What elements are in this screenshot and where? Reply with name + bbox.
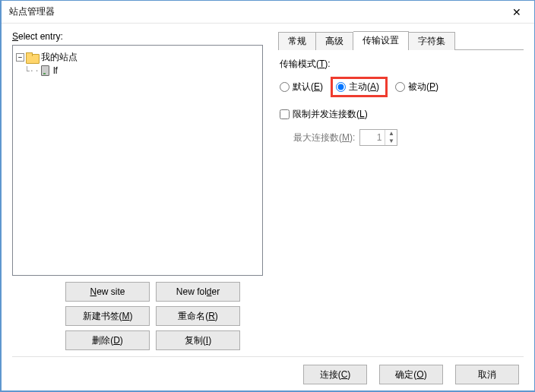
select-entry-label: Select entry: bbox=[12, 31, 263, 42]
max-connections-row: 最大连接数(M): ▲ ▼ bbox=[280, 129, 524, 146]
radio-passive[interactable]: 被动(P) bbox=[395, 81, 438, 93]
radio-default[interactable]: 默认(E) bbox=[280, 81, 323, 93]
tab-advanced[interactable]: 高级 bbox=[316, 32, 353, 50]
tab-charset[interactable]: 字符集 bbox=[409, 32, 455, 50]
transfer-mode-label: 传输模式(T): bbox=[280, 58, 524, 71]
tab-general[interactable]: 常规 bbox=[278, 32, 316, 50]
site-tree[interactable]: − 我的站点 └·· lf bbox=[12, 45, 263, 276]
highlight-active: 主动(A) bbox=[331, 77, 388, 97]
tree-root-label: 我的站点 bbox=[41, 51, 78, 64]
dialog-footer: 连接(C) 确定(O) 取消 bbox=[12, 356, 524, 384]
tabs: 常规 高级 传输设置 字符集 bbox=[278, 31, 524, 49]
window-title: 站点管理器 bbox=[9, 5, 499, 18]
new-site-button[interactable]: New site bbox=[65, 282, 150, 302]
ok-button[interactable]: 确定(O) bbox=[379, 365, 443, 384]
left-pane: Select entry: − 我的站点 └·· lf bbox=[12, 31, 263, 350]
cancel-button[interactable]: 取消 bbox=[455, 365, 519, 384]
right-pane: 常规 高级 传输设置 字符集 传输模式(T): 默认(E) bbox=[278, 31, 524, 350]
spinner-up-icon[interactable]: ▲ bbox=[385, 130, 397, 138]
close-button[interactable]: ✕ bbox=[499, 1, 534, 24]
max-connections-input[interactable] bbox=[360, 130, 385, 145]
tree-root[interactable]: − 我的站点 bbox=[16, 50, 259, 64]
site-manager-window: 站点管理器 ✕ Select entry: − 我的站点 └·· bbox=[0, 0, 535, 392]
max-connections-label: 最大连接数(M): bbox=[293, 131, 355, 144]
tree-item-label: lf bbox=[53, 65, 58, 76]
radio-active[interactable]: 主动(A) bbox=[336, 81, 379, 93]
spinner-down-icon[interactable]: ▼ bbox=[385, 138, 397, 145]
transfer-mode-radios: 默认(E) 主动(A) 被动(P) bbox=[280, 77, 524, 97]
radio-default-input[interactable] bbox=[280, 82, 290, 92]
limit-checkbox[interactable]: 限制并发连接数(L) bbox=[280, 108, 368, 121]
new-bookmark-button[interactable]: 新建书签(M) bbox=[65, 306, 150, 326]
rename-button[interactable]: 重命名(R) bbox=[156, 306, 240, 326]
radio-passive-input[interactable] bbox=[395, 82, 405, 92]
new-folder-button[interactable]: New folder bbox=[156, 282, 240, 302]
folder-icon bbox=[26, 52, 38, 62]
server-icon bbox=[41, 65, 49, 76]
limit-checkbox-input[interactable] bbox=[280, 109, 290, 119]
site-buttons: New site New folder 新建书签(M) 重命名(R) 删除(D) bbox=[12, 282, 263, 350]
connect-button[interactable]: 连接(C) bbox=[303, 365, 367, 384]
collapse-icon[interactable]: − bbox=[16, 53, 24, 62]
copy-button[interactable]: 复制(I) bbox=[156, 330, 240, 350]
delete-button[interactable]: 删除(D) bbox=[65, 330, 150, 350]
tree-item[interactable]: └·· lf bbox=[16, 64, 259, 77]
tree-connector: └·· bbox=[24, 66, 40, 76]
transfer-panel: 传输模式(T): 默认(E) 主动(A) bbox=[278, 49, 524, 350]
titlebar: 站点管理器 ✕ bbox=[2, 1, 534, 24]
dialog-body: Select entry: − 我的站点 └·· lf bbox=[2, 24, 534, 390]
radio-active-input[interactable] bbox=[336, 82, 346, 92]
max-connections-spinner[interactable]: ▲ ▼ bbox=[359, 129, 397, 146]
tab-transfer[interactable]: 传输设置 bbox=[353, 31, 409, 50]
spinner-arrows[interactable]: ▲ ▼ bbox=[385, 130, 397, 145]
